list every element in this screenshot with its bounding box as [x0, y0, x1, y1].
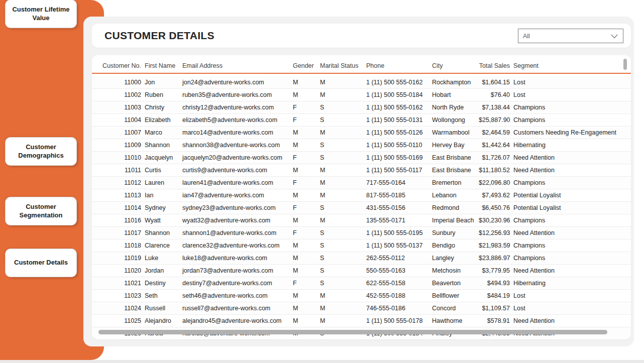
vertical-scrollbar-thumb[interactable] — [623, 59, 627, 70]
cell-first-name: Shannon — [145, 142, 179, 149]
cell-total-sales: $30,230.96 — [479, 217, 510, 224]
cell-total-sales: $1,109.57 — [479, 305, 510, 312]
cell-city: Bremerton — [432, 179, 475, 186]
table-row[interactable]: 11019 Luke luke18@adventure-works.com M … — [92, 252, 631, 265]
table-row[interactable]: 11016 Wyatt wyatt32@adventure-works.com … — [92, 214, 631, 227]
table-row[interactable]: 11002 Ruben ruben35@adventure-works.com … — [92, 89, 631, 101]
canvas-bottom-edge — [0, 360, 644, 363]
cell-gender: M — [293, 267, 316, 274]
column-header-total-sales[interactable]: Total Sales — [479, 62, 510, 69]
cell-total-sales: $1,726.07 — [479, 154, 510, 161]
table-row[interactable]: 11012 Lauren lauren41@adventure-works.co… — [92, 177, 631, 189]
cell-city: Langley — [432, 255, 475, 262]
table-row[interactable]: 11000 Jon jon24@adventure-works.com M M … — [92, 76, 631, 89]
cell-phone: 262-555-0112 — [366, 255, 428, 262]
table-row[interactable]: 11021 Destiny destiny7@adventure-works.c… — [92, 277, 631, 290]
cell-total-sales: $25,887.90 — [479, 116, 510, 124]
cell-total-sales: $7,138.44 — [479, 104, 510, 111]
table-row[interactable]: 11017 Shannon shannon1@adventure-works.c… — [92, 227, 631, 239]
table-row[interactable]: 11018 Clarence clarence32@adventure-work… — [92, 239, 631, 252]
cell-marital-status: M — [320, 91, 363, 98]
cell-gender: M — [293, 129, 316, 136]
cell-phone: 452-555-0188 — [366, 292, 428, 299]
cell-gender: M — [293, 255, 316, 262]
cell-first-name: Christy — [145, 104, 179, 111]
cell-marital-status: M — [320, 317, 363, 324]
column-header-city[interactable]: City — [432, 62, 475, 69]
cell-city: Wollongong — [432, 116, 475, 124]
cell-marital-status: S — [320, 116, 363, 124]
cell-city: Sunbury — [432, 229, 475, 236]
table-row[interactable]: 11003 Christy christy12@adventure-works.… — [92, 101, 631, 114]
cell-marital-status: M — [320, 167, 363, 174]
cell-city: North Ryde — [432, 104, 475, 111]
cell-phone: 1 (11) 500 555-0126 — [366, 129, 428, 136]
cell-email-address: jordan73@adventure-works.com — [182, 267, 289, 274]
cell-marital-status: M — [320, 179, 363, 186]
cell-total-sales: $494.93 — [479, 280, 510, 287]
sidebar-item-label: Customer Lifetime Value — [10, 6, 72, 23]
cell-segment: Champions — [513, 242, 619, 249]
cell-segment: Lost — [513, 79, 619, 86]
table-row[interactable]: 11025 Alejandro alejandro45@adventure-wo… — [92, 315, 631, 327]
cell-gender: M — [293, 167, 316, 174]
table-row[interactable]: 11014 Sydney sydney23@adventure-works.co… — [92, 202, 631, 214]
main-content-card: CUSTOMER DETAILS All Customer No. First … — [83, 17, 634, 346]
cell-marital-status: S — [320, 255, 363, 262]
cell-gender: M — [293, 305, 316, 312]
sidebar-item-customer-lifetime-value[interactable]: Customer Lifetime Value — [6, 0, 76, 28]
cell-marital-status: S — [320, 204, 363, 211]
table-row[interactable]: 11024 Russell russell7@adventure-works.c… — [92, 302, 631, 315]
cell-first-name: Destiny — [145, 280, 179, 287]
cell-first-name: Lauren — [145, 179, 179, 186]
cell-email-address: ruben35@adventure-works.com — [182, 91, 289, 98]
cell-phone: 1 (11) 500 555-0195 — [366, 229, 428, 236]
table-row[interactable]: 11004 Elizabeth elizabeth5@adventure-wor… — [92, 114, 631, 127]
column-header-first-name[interactable]: First Name — [145, 62, 179, 69]
sidebar-item-customer-segmentation[interactable]: Customer Segmentation — [6, 197, 76, 225]
cell-segment: Champions — [513, 116, 619, 124]
table-row[interactable]: 11020 Jordan jordan73@adventure-works.co… — [92, 265, 631, 277]
chevron-down-icon — [611, 32, 618, 41]
column-header-gender[interactable]: Gender — [293, 62, 316, 69]
cell-segment: Lost — [513, 305, 619, 312]
column-header-email-address[interactable]: Email Address — [182, 62, 289, 69]
cell-email-address: curtis9@adventure-works.com — [182, 167, 289, 174]
cell-customer-no: 11025 — [98, 317, 141, 324]
cell-segment: Champions — [513, 217, 619, 224]
table-row[interactable]: 11010 Jacquelyn jacquelyn20@adventure-wo… — [92, 152, 631, 164]
cell-email-address: clarence32@adventure-works.com — [182, 242, 289, 249]
cell-customer-no: 11019 — [98, 255, 141, 262]
cell-total-sales: $3,779.95 — [479, 267, 510, 274]
cell-gender: M — [293, 192, 316, 199]
horizontal-scrollbar-thumb[interactable] — [98, 330, 607, 334]
column-header-phone[interactable]: Phone — [366, 62, 428, 69]
cell-city: Metchosin — [432, 267, 475, 274]
cell-customer-no: 11004 — [98, 116, 141, 124]
cell-total-sales: $23,886.97 — [479, 255, 510, 262]
segment-filter-dropdown[interactable]: All — [518, 29, 623, 43]
cell-segment: Potential Loyalist — [513, 192, 619, 199]
cell-segment: Hibernating — [513, 142, 619, 149]
cell-email-address: jon24@adventure-works.com — [182, 79, 289, 86]
cell-gender: M — [293, 317, 316, 324]
table-row[interactable]: 11011 Curtis curtis9@adventure-works.com… — [92, 164, 631, 177]
sidebar-item-customer-details[interactable]: Customer Details — [6, 249, 76, 277]
cell-email-address: sydney23@adventure-works.com — [182, 204, 289, 211]
table-row[interactable]: 11013 Ian ian47@adventure-works.com M M … — [92, 189, 631, 202]
cell-segment: Hibernating — [513, 280, 619, 287]
column-header-segment[interactable]: Segment — [513, 62, 619, 69]
cell-customer-no: 11002 — [98, 91, 141, 98]
cell-segment: Need Attention — [513, 229, 619, 236]
table-row[interactable]: 11009 Shannon shannon38@adventure-works.… — [92, 139, 631, 152]
table-row[interactable]: 11023 Seth seth46@adventure-works.com M … — [92, 290, 631, 302]
cell-segment: Champions — [513, 104, 619, 111]
column-header-customer-no[interactable]: Customer No. — [98, 62, 141, 69]
column-header-marital-status[interactable]: Marital Status — [320, 62, 363, 69]
table-row[interactable]: 11007 Marco marco14@adventure-works.com … — [92, 127, 631, 139]
cell-marital-status: S — [320, 242, 363, 249]
table-body: 11000 Jon jon24@adventure-works.com M M … — [92, 74, 631, 339]
cell-marital-status: S — [320, 154, 363, 161]
cell-gender: M — [293, 79, 316, 86]
sidebar-item-customer-demographics[interactable]: Customer Demographics — [6, 138, 76, 165]
